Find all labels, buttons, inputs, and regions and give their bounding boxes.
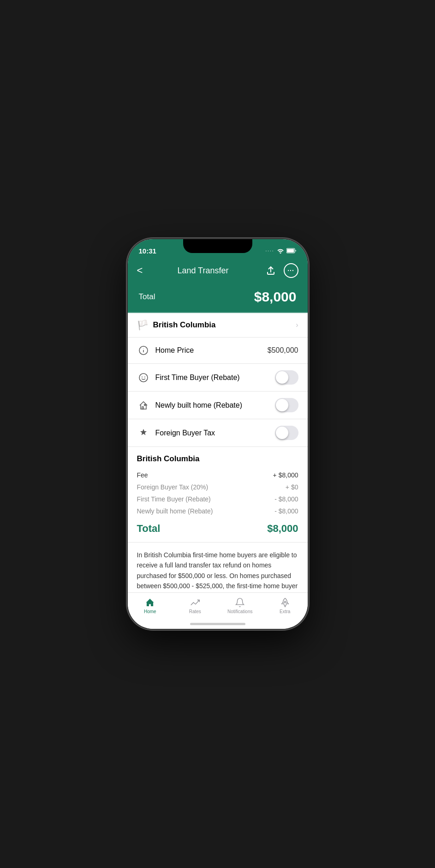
province-name: British Columbia (153, 320, 216, 330)
svg-point-9 (144, 404, 145, 405)
first-time-buyer-toggle[interactable] (275, 370, 298, 385)
breakdown-ftb-rebate-row: First Time Buyer (Rebate) - $8,000 (137, 493, 298, 505)
svg-point-5 (139, 374, 148, 382)
foreign-tax-value: + $0 (286, 483, 298, 491)
total-label: Total (139, 292, 155, 301)
home-bar (190, 623, 245, 625)
svg-point-6 (142, 376, 143, 377)
status-icons: ···· (265, 248, 296, 253)
newly-built-row: Newly built home (Rebate) (128, 392, 308, 419)
status-time: 10:31 (139, 247, 156, 255)
nav-notifications[interactable]: Notifications (218, 597, 263, 618)
info-icon (137, 344, 150, 357)
wifi-icon (277, 248, 284, 253)
smiley-icon (137, 371, 150, 384)
app-header: < Land Transfer ··· (128, 259, 308, 283)
foreign-buyer-toggle[interactable] (275, 426, 298, 440)
breakdown-total-label: Total (137, 523, 161, 535)
breakdown-foreign-tax-row: Foreign Buyer Tax (20%) + $0 (137, 481, 298, 493)
svg-rect-8 (142, 407, 143, 409)
home-nav-label: Home (144, 609, 156, 614)
province-row[interactable]: 🏳️ British Columbia › (128, 313, 308, 338)
header-actions: ··· (263, 263, 298, 278)
total-value: $8,000 (254, 289, 297, 305)
battery-icon (286, 248, 297, 253)
breakdown-total-value: $8,000 (267, 523, 298, 535)
rates-nav-icon (190, 597, 200, 608)
description-text: In British Columbia first-time home buye… (128, 542, 308, 592)
back-button[interactable]: < (137, 265, 143, 277)
breakdown-table: Fee + $8,000 Foreign Buyer Tax (20%) + $… (128, 467, 308, 517)
leaf-icon (137, 427, 150, 440)
home-price-label: Home Price (155, 346, 194, 355)
svg-rect-1 (287, 249, 294, 253)
rates-nav-label: Rates (189, 609, 201, 614)
header-title: Land Transfer (177, 266, 228, 276)
newly-built-toggle[interactable] (275, 398, 298, 412)
fee-label: Fee (137, 471, 148, 479)
foreign-buyer-row: Foreign Buyer Tax (128, 419, 308, 447)
province-chevron-icon: › (296, 321, 298, 329)
first-time-buyer-label: First Time Buyer (Rebate) (155, 374, 240, 382)
newly-built-label: Newly built home (Rebate) (155, 401, 243, 410)
ftb-rebate-value: - $8,000 (274, 495, 298, 503)
home-price-value: $500,000 (268, 346, 298, 355)
province-flag: 🏳️ (137, 319, 149, 331)
breakdown-new-home-rebate-row: Newly built home (Rebate) - $8,000 (137, 505, 298, 517)
rocket-nav-icon (280, 597, 290, 608)
notifications-nav-label: Notifications (227, 609, 252, 614)
nav-extra[interactable]: Extra (262, 597, 308, 618)
extra-nav-label: Extra (280, 609, 290, 614)
new-home-rebate-label: Newly built home (Rebate) (137, 507, 213, 515)
nav-rates[interactable]: Rates (173, 597, 218, 618)
svg-point-7 (144, 376, 145, 377)
fee-value: + $8,000 (273, 471, 298, 479)
total-bar: Total $8,000 (128, 283, 308, 313)
breakdown-total-row: Total $8,000 (128, 517, 308, 542)
nav-home[interactable]: Home (128, 597, 173, 618)
home-indicator (128, 620, 308, 629)
home-price-row: Home Price $500,000 (128, 338, 308, 364)
more-button[interactable]: ··· (284, 263, 298, 278)
svg-point-10 (284, 601, 286, 603)
foreign-tax-label: Foreign Buyer Tax (20%) (137, 483, 209, 491)
house-icon (137, 399, 150, 412)
first-time-buyer-row: First Time Buyer (Rebate) (128, 364, 308, 392)
bottom-nav: Home Rates Notifications (128, 592, 308, 620)
breakdown-fee-row: Fee + $8,000 (137, 469, 298, 481)
home-nav-icon (145, 597, 155, 608)
signal-dots-icon: ···· (265, 248, 274, 253)
breakdown-section-header: British Columbia (128, 447, 308, 467)
svg-point-4 (143, 349, 143, 349)
share-button[interactable] (263, 263, 278, 278)
ftb-rebate-label: First Time Buyer (Rebate) (137, 495, 211, 503)
breakdown-title: British Columbia (137, 454, 200, 463)
new-home-rebate-value: - $8,000 (274, 507, 298, 515)
foreign-buyer-label: Foreign Buyer Tax (155, 429, 215, 437)
main-content: 🏳️ British Columbia › Home Price (128, 313, 308, 592)
province-info: 🏳️ British Columbia (137, 319, 216, 331)
bell-nav-icon (235, 597, 245, 608)
